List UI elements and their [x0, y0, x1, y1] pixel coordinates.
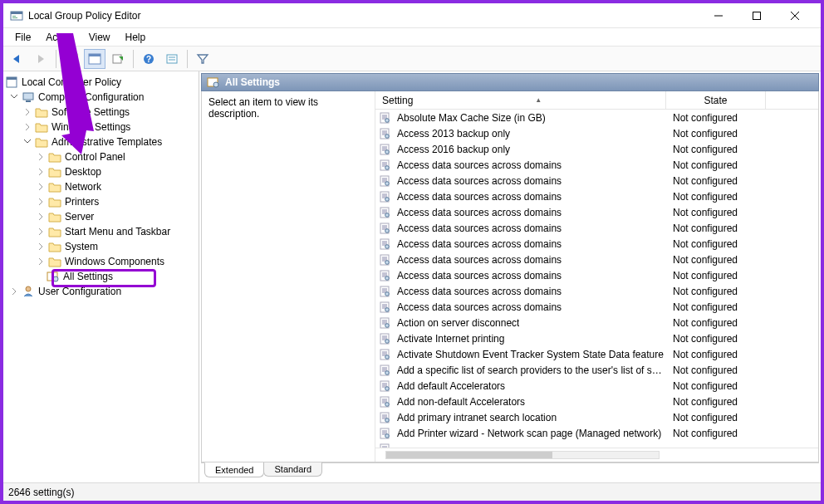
expand-icon[interactable] — [22, 106, 33, 118]
setting-state: Not configured — [666, 301, 766, 313]
list-item[interactable]: Add default AcceleratorsNot configured — [375, 378, 818, 394]
list-item[interactable]: Access data sources across domainsNot co… — [375, 299, 818, 315]
list-item[interactable]: Access data sources across domainsNot co… — [375, 157, 818, 173]
list-item[interactable]: Access data sources across domainsNot co… — [375, 188, 818, 204]
expand-icon[interactable] — [35, 181, 47, 193]
expand-icon[interactable] — [35, 211, 47, 223]
list-item[interactable]: Activate Shutdown Event Tracker System S… — [375, 346, 818, 362]
expand-icon[interactable] — [35, 196, 47, 208]
tree-label: Network — [65, 181, 101, 193]
horizontal-scrollbar[interactable] — [375, 448, 818, 462]
list-item[interactable]: Access data sources across domainsNot co… — [375, 283, 818, 299]
navigation-tree[interactable]: Local Computer Policy Computer Configura… — [3, 71, 199, 482]
tree-item[interactable]: Printers — [3, 194, 199, 209]
svg-rect-25 — [26, 100, 31, 102]
tree-software-settings[interactable]: Software Settings — [3, 105, 199, 120]
settings-list[interactable]: Setting ▲ State Absolute Max Cache Size … — [375, 91, 818, 462]
help-button[interactable]: ? — [138, 49, 159, 69]
collapse-icon[interactable] — [22, 136, 33, 148]
tree-label: Local Computer Policy — [22, 76, 121, 88]
list-item[interactable]: Access 2016 backup onlyNot configured — [375, 141, 818, 157]
tree-label: Printers — [65, 196, 99, 208]
list-item[interactable]: Access data sources across domainsNot co… — [375, 220, 818, 236]
list-item[interactable]: Access data sources across domainsNot co… — [375, 236, 818, 252]
list-item[interactable]: Add non-default AcceleratorsNot configur… — [375, 394, 818, 409]
policy-item-icon — [379, 333, 390, 345]
collapse-icon[interactable] — [8, 91, 20, 103]
svg-point-65 — [385, 213, 390, 217]
tree-user-config[interactable]: User Configuration — [3, 284, 199, 299]
list-item[interactable]: Activate Internet printingNot configured — [375, 330, 818, 346]
svg-point-120 — [385, 386, 390, 390]
tree-item[interactable]: Server — [3, 209, 199, 224]
list-item[interactable]: Add a specific list of search providers … — [375, 362, 818, 378]
tree-item[interactable]: Network — [3, 179, 199, 194]
tree-admin-templates[interactable]: Administrative Templates — [3, 135, 199, 149]
tree-item[interactable]: Start Menu and Taskbar — [3, 224, 199, 239]
expand-icon[interactable] — [35, 166, 47, 178]
column-label: State — [704, 95, 727, 106]
svg-point-60 — [385, 197, 390, 201]
list-item[interactable]: Access 2013 backup onlyNot configured — [375, 125, 818, 141]
tree-all-settings[interactable]: All Settings — [3, 269, 199, 284]
maximize-button[interactable] — [738, 3, 776, 28]
setting-name: Access 2016 backup only — [397, 144, 510, 155]
tree-label: Server — [65, 211, 94, 223]
tree-item[interactable]: Desktop — [3, 164, 199, 179]
properties-button[interactable] — [84, 49, 105, 69]
policy-item-icon — [379, 270, 390, 281]
menu-view[interactable]: View — [82, 30, 117, 45]
minimize-button[interactable] — [699, 3, 738, 28]
list-item[interactable]: Access data sources across domainsNot co… — [375, 252, 818, 267]
setting-name: Access data sources across domains — [397, 254, 562, 266]
menu-help[interactable]: Help — [119, 30, 153, 45]
setting-name: Access 2013 backup only — [397, 128, 510, 139]
tree-item[interactable]: Windows Components — [3, 254, 199, 269]
tree-item[interactable]: Control Panel — [3, 149, 199, 164]
list-item[interactable]: Access data sources across domainsNot co… — [375, 204, 818, 220]
list-item[interactable]: Add Printer wizard - Network scan page (… — [375, 425, 818, 441]
list-item[interactable]: Access data sources across domainsNot co… — [375, 173, 818, 188]
tree-root[interactable]: Local Computer Policy — [3, 75, 199, 90]
policy-item-icon — [379, 396, 390, 408]
setting-state: Not configured — [666, 333, 766, 345]
svg-point-45 — [385, 149, 390, 154]
workspace: Local Computer Policy Computer Configura… — [3, 71, 821, 482]
filter-options-button[interactable] — [161, 49, 183, 69]
menu-action[interactable]: Action — [39, 30, 80, 45]
expand-icon[interactable] — [35, 241, 47, 252]
setting-name: Access data sources across domains — [397, 238, 562, 250]
expand-icon[interactable] — [22, 121, 33, 133]
expand-icon[interactable] — [35, 256, 47, 267]
setting-name: Add Printer wizard - Network scan page (… — [397, 428, 661, 439]
back-button[interactable] — [7, 49, 28, 69]
tree-label: System — [65, 241, 98, 252]
list-item[interactable]: Add primary intranet search locationNot … — [375, 409, 818, 425]
list-item[interactable]: Absolute Max Cache Size (in GB)Not confi… — [375, 110, 818, 125]
export-button[interactable] — [107, 49, 129, 69]
tab-extended[interactable]: Extended — [204, 462, 264, 477]
filter-button[interactable] — [192, 49, 213, 69]
expand-icon[interactable] — [8, 286, 20, 297]
list-item[interactable] — [375, 441, 818, 448]
list-item[interactable]: Action on server disconnectNot configure… — [375, 315, 818, 330]
list-item[interactable]: Access data sources across domainsNot co… — [375, 267, 818, 283]
column-state[interactable]: State — [666, 91, 766, 109]
expand-icon[interactable] — [35, 226, 47, 237]
list-rows[interactable]: Absolute Max Cache Size (in GB)Not confi… — [375, 110, 818, 448]
column-setting[interactable]: Setting ▲ — [375, 91, 666, 109]
menu-file[interactable]: File — [8, 30, 37, 45]
tree-item[interactable]: System — [3, 239, 199, 254]
folder-icon — [48, 150, 61, 164]
folder-icon — [48, 180, 61, 193]
show-hide-tree-button[interactable] — [61, 49, 82, 69]
setting-name: Access data sources across domains — [397, 191, 562, 203]
tree-computer-config[interactable]: Computer Configuration — [3, 90, 199, 105]
tree-windows-settings[interactable]: Windows Settings — [3, 120, 199, 135]
close-button[interactable] — [776, 3, 814, 28]
svg-rect-3 — [12, 17, 17, 18]
tab-standard[interactable]: Standard — [263, 462, 322, 477]
expand-icon[interactable] — [35, 151, 47, 163]
forward-button[interactable] — [30, 49, 52, 69]
computer-icon — [22, 91, 35, 104]
